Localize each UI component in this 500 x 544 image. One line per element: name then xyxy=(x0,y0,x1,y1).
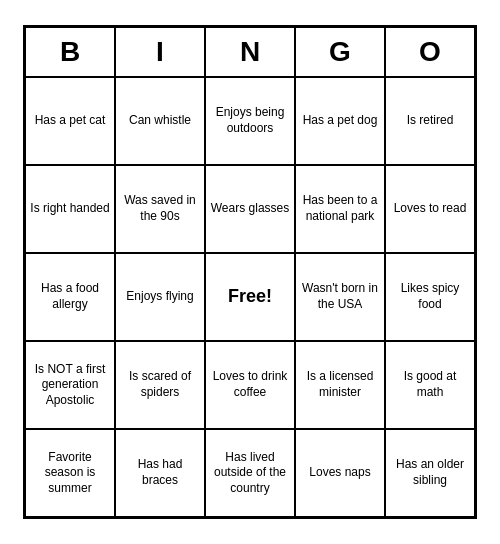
cell-17[interactable]: Loves to drink coffee xyxy=(205,341,295,429)
cell-18[interactable]: Is a licensed minister xyxy=(295,341,385,429)
bingo-card: BINGO Has a pet catCan whistleEnjoys bei… xyxy=(23,25,477,519)
cell-1[interactable]: Can whistle xyxy=(115,77,205,165)
cell-20[interactable]: Favorite season is summer xyxy=(25,429,115,517)
header-B: B xyxy=(25,27,115,77)
header-N: N xyxy=(205,27,295,77)
free-space[interactable]: Free! xyxy=(205,253,295,341)
cell-6[interactable]: Was saved in the 90s xyxy=(115,165,205,253)
cell-8[interactable]: Has been to a national park xyxy=(295,165,385,253)
cell-24[interactable]: Has an older sibling xyxy=(385,429,475,517)
header-G: G xyxy=(295,27,385,77)
cell-19[interactable]: Is good at math xyxy=(385,341,475,429)
cell-22[interactable]: Has lived outside of the country xyxy=(205,429,295,517)
cell-11[interactable]: Enjoys flying xyxy=(115,253,205,341)
cell-5[interactable]: Is right handed xyxy=(25,165,115,253)
cell-3[interactable]: Has a pet dog xyxy=(295,77,385,165)
cell-4[interactable]: Is retired xyxy=(385,77,475,165)
cell-7[interactable]: Wears glasses xyxy=(205,165,295,253)
cell-2[interactable]: Enjoys being outdoors xyxy=(205,77,295,165)
cell-13[interactable]: Wasn't born in the USA xyxy=(295,253,385,341)
header-O: O xyxy=(385,27,475,77)
cell-21[interactable]: Has had braces xyxy=(115,429,205,517)
cell-10[interactable]: Has a food allergy xyxy=(25,253,115,341)
bingo-grid: Has a pet catCan whistleEnjoys being out… xyxy=(25,77,475,517)
cell-14[interactable]: Likes spicy food xyxy=(385,253,475,341)
header-I: I xyxy=(115,27,205,77)
cell-0[interactable]: Has a pet cat xyxy=(25,77,115,165)
cell-16[interactable]: Is scared of spiders xyxy=(115,341,205,429)
cell-23[interactable]: Loves naps xyxy=(295,429,385,517)
cell-9[interactable]: Loves to read xyxy=(385,165,475,253)
bingo-header: BINGO xyxy=(25,27,475,77)
cell-15[interactable]: Is NOT a first generation Apostolic xyxy=(25,341,115,429)
